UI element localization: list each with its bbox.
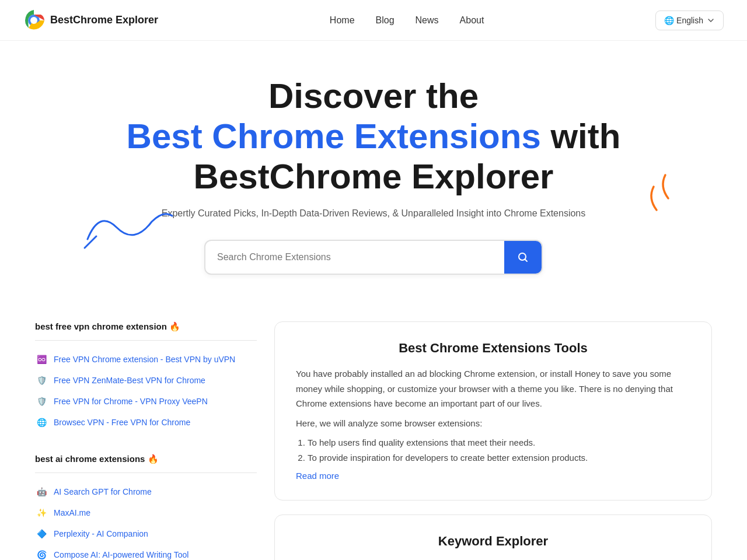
ext-label-vpn-2: Free VPN ZenMate-Best VPN for Chrome xyxy=(54,376,205,385)
nav-links: Home Blog News About xyxy=(330,15,484,26)
hero-section: Discover the Best Chrome Extensions with… xyxy=(0,41,747,298)
hero-title-highlight: Best Chrome Extensions xyxy=(127,117,541,156)
sidebar: best free vpn chrome extension 🔥 ♾️ Free… xyxy=(35,321,257,560)
navbar: BestChrome Explorer Home Blog News About… xyxy=(0,0,747,41)
search-icon xyxy=(517,251,529,263)
tools-card-title: Best Chrome Extensions Tools xyxy=(296,341,690,356)
nav-blog[interactable]: Blog xyxy=(376,15,395,25)
ext-label-vpn-3: Free VPN for Chrome - VPN Proxy VeePN xyxy=(54,397,208,406)
squiggle-right-decoration xyxy=(630,169,677,222)
main-content: best free vpn chrome extension 🔥 ♾️ Free… xyxy=(0,298,747,560)
logo-icon xyxy=(23,10,44,31)
hero-title-with: with xyxy=(550,117,620,156)
sidebar-item-ai-2[interactable]: ✨ MaxAI.me xyxy=(35,502,257,523)
sidebar-vpn-title: best free vpn chrome extension 🔥 xyxy=(35,321,257,332)
ext-icon-vpn-2: 🛡️ xyxy=(35,374,48,387)
sidebar-item-vpn-3[interactable]: 🛡️ Free VPN for Chrome - VPN Proxy VeePN xyxy=(35,391,257,412)
ext-label-vpn-1: Free VPN Chrome extension - Best VPN by … xyxy=(54,355,235,364)
tools-card-para-1: You have probably installed an ad blocki… xyxy=(296,366,690,411)
sidebar-item-vpn-4[interactable]: 🌐 Browsec VPN - Free VPN for Chrome xyxy=(35,412,257,433)
brand-logo[interactable]: BestChrome Explorer xyxy=(23,10,158,31)
keyword-card-title: Keyword Explorer xyxy=(296,534,690,549)
content-area: Best Chrome Extensions Tools You have pr… xyxy=(274,321,712,560)
hero-title: Discover the Best Chrome Extensions with… xyxy=(23,76,724,197)
ext-icon-ai-2: ✨ xyxy=(35,506,48,519)
hero-title-line1: Discover the xyxy=(268,76,479,116)
svg-point-2 xyxy=(30,17,37,24)
keyword-card: Keyword Explorer Keywords are the words … xyxy=(274,514,712,560)
nav-news[interactable]: News xyxy=(416,15,439,25)
tools-card-list: To help users find quality extensions th… xyxy=(296,435,690,465)
sidebar-divider-2 xyxy=(35,473,257,473)
sidebar-vpn-section: best free vpn chrome extension 🔥 ♾️ Free… xyxy=(35,321,257,433)
ext-icon-vpn-4: 🌐 xyxy=(35,416,48,429)
ext-icon-ai-3: 🔷 xyxy=(35,527,48,540)
sidebar-item-ai-3[interactable]: 🔷 Perplexity - AI Companion xyxy=(35,523,257,544)
sidebar-ai-section: best ai chrome extensions 🔥 🤖 AI Search … xyxy=(35,454,257,560)
language-label: 🌐 English xyxy=(664,16,703,25)
ext-label-ai-4: Compose AI: AI-powered Writing Tool xyxy=(54,550,189,559)
tools-card: Best Chrome Extensions Tools You have pr… xyxy=(274,321,712,501)
ext-icon-ai-4: 🌀 xyxy=(35,548,48,560)
tools-card-list-item-1: To help users find quality extensions th… xyxy=(308,435,690,450)
sidebar-item-vpn-2[interactable]: 🛡️ Free VPN ZenMate-Best VPN for Chrome xyxy=(35,370,257,391)
ext-icon-vpn-3: 🛡️ xyxy=(35,395,48,408)
sidebar-divider-1 xyxy=(35,340,257,341)
ext-label-ai-1: AI Search GPT for Chrome xyxy=(54,487,152,496)
tools-card-para-2: Here, we will analyze some browser exten… xyxy=(296,416,690,431)
sidebar-ai-title: best ai chrome extensions 🔥 xyxy=(35,454,257,464)
brand-name: BestChrome Explorer xyxy=(50,14,158,26)
language-button[interactable]: 🌐 English xyxy=(655,10,724,30)
sidebar-item-vpn-1[interactable]: ♾️ Free VPN Chrome extension - Best VPN … xyxy=(35,349,257,370)
nav-about[interactable]: About xyxy=(460,15,484,25)
nav-home[interactable]: Home xyxy=(330,15,355,25)
chevron-down-icon xyxy=(707,16,715,24)
sidebar-item-ai-4[interactable]: 🌀 Compose AI: AI-powered Writing Tool xyxy=(35,544,257,560)
sidebar-item-ai-1[interactable]: 🤖 AI Search GPT for Chrome xyxy=(35,481,257,502)
hero-title-line2-brand: BestChrome Explorer xyxy=(194,157,554,196)
search-input[interactable] xyxy=(205,242,504,273)
squiggle-left-decoration xyxy=(82,204,175,251)
ext-icon-vpn-1: ♾️ xyxy=(35,353,48,366)
ext-label-ai-2: MaxAI.me xyxy=(54,508,90,517)
ext-icon-ai-1: 🤖 xyxy=(35,485,48,498)
read-more-link[interactable]: Read more xyxy=(296,471,339,481)
search-button[interactable] xyxy=(504,241,542,274)
ext-label-vpn-4: Browsec VPN - Free VPN for Chrome xyxy=(54,418,190,427)
search-bar xyxy=(204,240,543,275)
tools-card-list-item-2: To provide inspiration for developers to… xyxy=(308,450,690,466)
ext-label-ai-3: Perplexity - AI Companion xyxy=(54,529,148,538)
